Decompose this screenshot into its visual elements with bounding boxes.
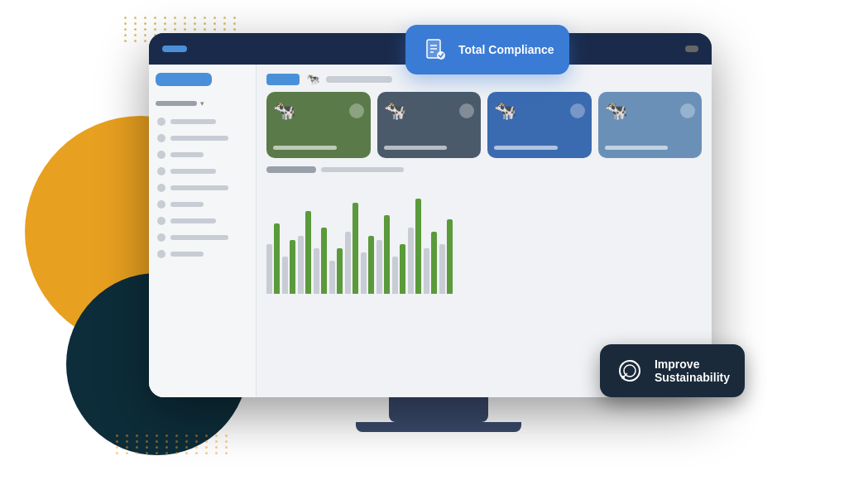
monitor-wrapper: Total Compliance ▾: [149, 33, 728, 439]
card-circle-2: [459, 103, 474, 118]
card-bar-3: [494, 146, 558, 150]
cow-icon-1: 🐄: [273, 100, 295, 122]
header-logo: [162, 46, 187, 52]
bar-green: [431, 232, 437, 294]
sidebar-item-label: [170, 185, 228, 190]
sidebar-item-dot: [157, 233, 165, 242]
sidebar-item-label: [170, 218, 216, 223]
sidebar: ▾: [149, 65, 257, 397]
bar-green: [400, 244, 405, 294]
sidebar-item[interactable]: [156, 214, 249, 228]
sidebar-item-label: [170, 202, 204, 207]
sustainability-text: Improve Sustainability: [655, 358, 730, 384]
sustainability-label-line2: Sustainability: [655, 371, 730, 384]
bar-green: [447, 219, 453, 294]
bar-green: [337, 248, 343, 294]
sidebar-search[interactable]: [156, 73, 212, 86]
bar-gray: [408, 228, 414, 294]
sidebar-item-dot: [157, 167, 165, 175]
floating-card-sustainability: Improve Sustainability: [600, 344, 745, 397]
cards-row: 🐄 🐄: [266, 92, 702, 158]
sidebar-item[interactable]: [156, 147, 249, 162]
compliance-label: Total Compliance: [458, 43, 554, 57]
bar-group-2: [282, 240, 295, 294]
svg-point-8: [621, 376, 625, 379]
monitor-screen: ▾: [149, 33, 712, 397]
topbar-text: [326, 76, 392, 83]
sidebar-item-dot: [157, 200, 165, 209]
bar-green: [368, 236, 374, 294]
sidebar-item[interactable]: [156, 131, 249, 146]
bar-gray: [392, 257, 398, 294]
card-circle-3: [570, 103, 585, 118]
topbar-button[interactable]: [266, 74, 300, 85]
bar-gray: [298, 236, 304, 294]
monitor-stand: [389, 397, 488, 422]
sidebar-item-label: [170, 136, 228, 141]
sidebar-item[interactable]: [156, 180, 249, 195]
bar-green: [415, 199, 421, 294]
animal-card-1[interactable]: 🐄: [266, 92, 371, 158]
bar-gray: [377, 240, 382, 294]
sidebar-item-label: [170, 252, 204, 257]
animal-card-2[interactable]: 🐄: [377, 92, 482, 158]
chart-header: [266, 166, 702, 173]
bar-green: [353, 203, 358, 294]
sustainability-icon: [615, 356, 645, 386]
topbar-animal-icon: 🐄: [306, 73, 319, 85]
sidebar-item[interactable]: [156, 230, 249, 245]
card-bar-4: [605, 146, 669, 150]
sidebar-item-label: [170, 119, 216, 124]
bar-gray: [361, 252, 367, 294]
bar-gray: [282, 257, 288, 294]
compliance-icon: [420, 35, 450, 65]
card-bar-1: [273, 146, 337, 150]
sustainability-label-line1: Improve: [655, 358, 730, 371]
card-circle-4: [680, 103, 695, 118]
sidebar-item-label: [170, 169, 216, 174]
bar-group-1: [266, 223, 280, 294]
header-nav-item: [685, 46, 698, 52]
bar-green: [321, 228, 327, 294]
sidebar-item-label: [170, 152, 204, 157]
bar-chart: [266, 178, 702, 294]
main-topbar: 🐄: [266, 73, 702, 85]
bar-group-6: [345, 203, 358, 294]
bar-group-5: [329, 248, 343, 294]
bar-green: [305, 211, 311, 294]
sidebar-item-dot: [157, 217, 165, 225]
sidebar-item-dot: [157, 151, 165, 159]
floating-card-compliance: Total Compliance: [405, 25, 569, 74]
bar-gray: [329, 261, 335, 294]
sidebar-item[interactable]: [156, 197, 249, 212]
sidebar-item[interactable]: [156, 114, 249, 129]
sidebar-dropdown[interactable]: ▾: [156, 99, 249, 108]
monitor-base: [356, 422, 521, 432]
cow-icon-3: 🐄: [494, 100, 516, 122]
sidebar-item[interactable]: [156, 164, 249, 179]
bar-group-12: [439, 219, 453, 294]
card-bar-2: [384, 146, 448, 150]
animal-card-4[interactable]: 🐄: [598, 92, 703, 158]
bar-group-3: [298, 211, 311, 294]
bar-group-8: [377, 215, 390, 294]
sidebar-item-dot: [157, 134, 165, 142]
animal-card-3[interactable]: 🐄: [487, 92, 592, 158]
bar-gray: [345, 232, 351, 294]
sidebar-item-dot: [157, 250, 165, 258]
bar-group-11: [424, 232, 437, 294]
chart-title: [266, 166, 316, 173]
sidebar-item[interactable]: [156, 247, 249, 262]
card-circle-1: [349, 103, 364, 118]
bar-group-9: [392, 244, 405, 294]
sidebar-item-label: [170, 235, 228, 240]
bar-green: [384, 215, 390, 294]
chart-filter: [321, 167, 404, 172]
bar-gray: [424, 248, 429, 294]
cow-icon-2: 🐄: [384, 100, 406, 122]
bar-group-4: [314, 228, 327, 294]
cow-icon-4: 🐄: [605, 100, 627, 122]
bar-gray: [266, 244, 272, 294]
sidebar-item-dot: [157, 118, 165, 126]
svg-point-4: [437, 51, 445, 60]
